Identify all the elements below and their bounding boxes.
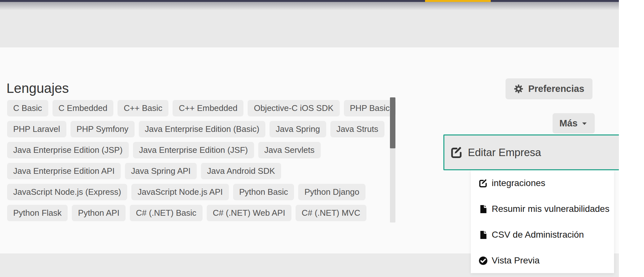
language-chip[interactable]: Java Spring API [125, 163, 197, 179]
language-chip[interactable]: C++ Embedded [173, 100, 243, 116]
gear-icon [514, 84, 524, 94]
edit-icon [478, 179, 488, 188]
language-chip[interactable]: Python Basic [233, 184, 294, 200]
preferences-button[interactable]: Preferencias [506, 78, 592, 99]
language-chip-row: JavaScript Node.js (Express)JavaScript N… [7, 184, 389, 200]
language-chip[interactable]: PHP Symfony [71, 121, 135, 137]
caret-down-icon [581, 120, 588, 127]
page-content: Lenguajes C BasicC EmbeddedC++ BasicC++ … [0, 0, 619, 277]
language-chip[interactable]: JavaScript Node.js (Express) [7, 184, 127, 200]
topbar-active-indicator [425, 0, 491, 2]
language-chip[interactable]: Java Enterprise Edition API [7, 163, 121, 179]
language-chip[interactable]: C# (.NET) Web API [207, 205, 291, 221]
right-gutter [619, 0, 644, 277]
language-chip[interactable]: C++ Basic [118, 100, 168, 116]
edit-icon [450, 146, 463, 159]
language-chip[interactable]: PHP Laravel [7, 121, 66, 137]
preferences-button-label: Preferencias [528, 84, 584, 94]
language-chip[interactable]: Java Enterprise Edition (JSP) [7, 142, 129, 158]
language-chip[interactable]: Python Django [298, 184, 365, 200]
language-chip[interactable]: Java Android SDK [201, 163, 281, 179]
check-circle-icon [478, 256, 488, 265]
more-button-label: Más [559, 118, 577, 129]
language-chip[interactable]: C# (.NET) MVC [296, 205, 366, 221]
file-icon [478, 230, 488, 240]
language-chip-row: Java Enterprise Edition APIJava Spring A… [7, 163, 389, 179]
language-chip-rows: C BasicC EmbeddedC++ BasicC++ EmbeddedOb… [7, 100, 389, 226]
menu-item[interactable]: Resumir mis vulnerabilidades [471, 196, 614, 222]
menu-item[interactable]: integraciones [471, 170, 614, 196]
language-chip[interactable]: JavaScript Node.js API [131, 184, 229, 200]
more-button[interactable]: Más [553, 113, 595, 134]
more-menu: integracionesResumir mis vulnerabilidade… [471, 170, 614, 273]
menu-item-label: Vista Previa [492, 255, 540, 266]
language-chip-row: PHP LaravelPHP SymfonyJava Enterprise Ed… [7, 121, 389, 137]
menu-item[interactable]: CSV de Administración [471, 222, 614, 248]
language-chip[interactable]: Java Struts [330, 121, 384, 137]
language-chip-row: Java Enterprise Edition (JSP)Java Enterp… [7, 142, 389, 158]
language-chip[interactable]: Java Servlets [258, 142, 321, 158]
language-chip[interactable]: C# (.NET) Basic [130, 205, 203, 221]
language-chip-row: C BasicC EmbeddedC++ BasicC++ EmbeddedOb… [7, 100, 389, 116]
language-chip[interactable]: Java Enterprise Edition (Basic) [139, 121, 265, 137]
languages-scrollbar-track[interactable] [390, 97, 395, 223]
language-chip[interactable]: C Embedded [52, 100, 114, 116]
menu-item-label: CSV de Administración [492, 230, 584, 240]
language-chip-row: Python FlaskPython APIC# (.NET) BasicC# … [7, 205, 389, 221]
language-chip[interactable]: PHP Basic [344, 100, 396, 116]
menu-item[interactable]: Vista Previa [471, 248, 614, 273]
language-chip[interactable]: C Basic [7, 100, 48, 116]
language-chip[interactable]: Java Enterprise Edition (JSF) [133, 142, 254, 158]
menu-item-editar-empresa[interactable]: Editar Empresa [443, 134, 643, 170]
language-chip[interactable]: Objective-C iOS SDK [248, 100, 339, 116]
language-chip[interactable]: Python Flask [7, 205, 68, 221]
menu-item-label: Resumir mis vulnerabilidades [492, 204, 610, 214]
header-band [0, 2, 619, 47]
menu-item-label: integraciones [492, 178, 545, 188]
topbar [0, 0, 619, 2]
language-chip[interactable]: Java Spring [270, 121, 326, 137]
page-title: Lenguajes [6, 81, 69, 96]
file-icon [478, 204, 488, 214]
language-chip[interactable]: Python API [72, 205, 126, 221]
languages-scrollbar-thumb[interactable] [390, 97, 395, 148]
menu-item-label: Editar Empresa [468, 146, 541, 159]
